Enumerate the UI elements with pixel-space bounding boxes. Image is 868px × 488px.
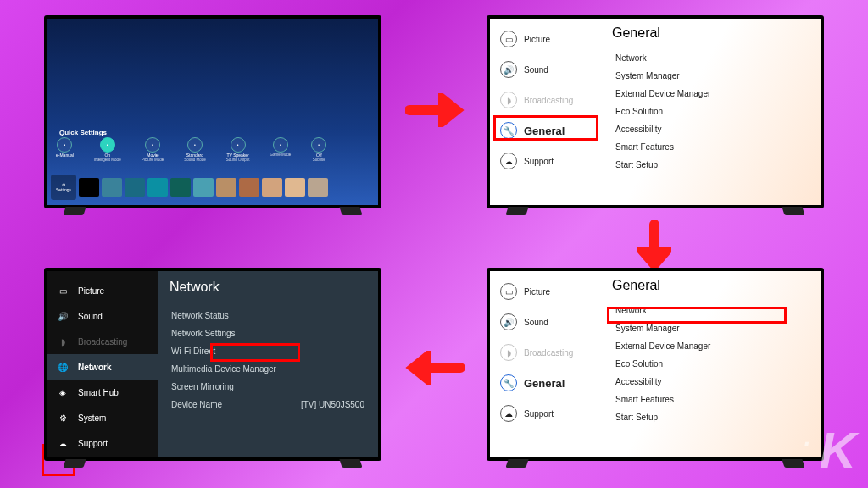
settings-screen-general: ▭Picture🔊Sound◗Broadcasting🔧General☁Supp… bbox=[490, 19, 821, 205]
smarthub-icon: ◈ bbox=[56, 385, 70, 399]
sidebar-label: Sound bbox=[78, 312, 103, 321]
support-icon: ☁ bbox=[56, 436, 70, 450]
sidebar-label: General bbox=[524, 377, 565, 390]
broadcast-icon: ◗ bbox=[500, 344, 517, 361]
sound-icon: 🔊 bbox=[56, 309, 70, 323]
option-external-device-manager[interactable]: External Device Manager bbox=[612, 85, 809, 103]
qs-sublabel: Game Mode bbox=[270, 152, 291, 157]
hub-tile-1[interactable] bbox=[102, 178, 122, 197]
qs-sublabel: Picture Mode bbox=[142, 158, 164, 162]
network-sidebar: ▭Picture🔊Sound◗Broadcasting🌐Network◈Smar… bbox=[47, 271, 158, 458]
option-eco-solution[interactable]: Eco Solution bbox=[612, 355, 809, 373]
sidebar-label: Support bbox=[78, 439, 108, 448]
option-smart-features[interactable]: Smart Features bbox=[612, 391, 809, 408]
option-screen-mirroring[interactable]: Screen Mirroring bbox=[170, 378, 366, 396]
hub-tile-9[interactable] bbox=[285, 178, 305, 197]
qs-sublabel: Sound Output bbox=[226, 158, 250, 162]
smart-hub-row: ⚙ Settings bbox=[51, 175, 375, 200]
option-label: Screen Mirroring bbox=[171, 382, 234, 391]
option-start-setup[interactable]: Start Setup bbox=[612, 408, 809, 426]
sound-icon: 🔊 bbox=[500, 61, 517, 78]
option-multimedia-device-manager[interactable]: Multimedia Device Manager bbox=[170, 360, 366, 378]
qs-item-3[interactable]: • Standard Sound Mode bbox=[184, 137, 206, 162]
support-icon: ☁ bbox=[500, 152, 517, 169]
system-icon: ⚙ bbox=[56, 411, 70, 424]
panel-title: General bbox=[612, 278, 809, 293]
highlight-network-settings bbox=[210, 343, 300, 362]
sidebar-item-support[interactable]: ☁Support bbox=[495, 149, 595, 173]
arrow-right-icon bbox=[405, 93, 465, 127]
hub-tile-6[interactable] bbox=[216, 178, 236, 197]
option-smart-features[interactable]: Smart Features bbox=[612, 138, 809, 156]
tv-network-settings: ▭Picture🔊Sound◗Broadcasting🌐Network◈Smar… bbox=[44, 268, 381, 461]
sidebar-item-smart-hub[interactable]: ◈Smart Hub bbox=[47, 380, 158, 405]
highlight-general bbox=[493, 115, 598, 141]
sidebar-item-system[interactable]: ⚙System bbox=[47, 405, 158, 430]
sidebar-item-network[interactable]: 🌐Network bbox=[47, 354, 158, 380]
option-network[interactable]: Network bbox=[612, 49, 809, 67]
sidebar-item-sound[interactable]: 🔊Sound bbox=[495, 310, 595, 334]
settings-button[interactable]: ⚙ Settings bbox=[51, 175, 76, 200]
broadcast-icon: ◗ bbox=[56, 335, 70, 348]
option-system-manager[interactable]: System Manager bbox=[612, 67, 809, 85]
sidebar-label: Broadcasting bbox=[78, 337, 127, 347]
qs-item-1[interactable]: • On Intelligent Mode bbox=[94, 137, 121, 162]
qs-icon: • bbox=[187, 137, 203, 152]
settings-main: General NetworkSystem ManagerExternal De… bbox=[600, 19, 821, 205]
network-icon: 🌐 bbox=[56, 360, 70, 374]
sidebar-item-support[interactable]: ☁Support bbox=[47, 430, 158, 456]
arrow-left-icon bbox=[405, 351, 465, 385]
sidebar-item-support[interactable]: ☁Support bbox=[495, 402, 595, 425]
option-network-status[interactable]: Network Status bbox=[170, 307, 366, 324]
sidebar-label: Picture bbox=[78, 286, 104, 296]
qs-icon: • bbox=[100, 137, 115, 152]
sidebar-label: Broadcasting bbox=[524, 96, 573, 105]
qs-icon: • bbox=[273, 137, 288, 152]
qs-icon: • bbox=[311, 137, 326, 152]
qs-icon: • bbox=[57, 137, 72, 152]
sidebar-item-general[interactable]: 🔧General bbox=[495, 371, 595, 395]
hub-tile-5[interactable] bbox=[193, 178, 214, 197]
arrow-down-icon bbox=[637, 220, 671, 271]
tv-general-menu: ▭Picture🔊Sound◗Broadcasting🔧General☁Supp… bbox=[487, 15, 824, 208]
option-start-setup[interactable]: Start Setup bbox=[612, 156, 809, 174]
picture-icon: ▭ bbox=[500, 283, 517, 300]
hub-tile-7[interactable] bbox=[239, 178, 259, 197]
hub-tile-8[interactable] bbox=[262, 178, 282, 197]
qs-item-6[interactable]: • Off Subtitle bbox=[311, 137, 326, 162]
option-accessibility[interactable]: Accessibility bbox=[612, 373, 809, 391]
panel-title: General bbox=[612, 25, 809, 41]
watermark-logo: K bbox=[820, 421, 853, 480]
qs-item-4[interactable]: • TV Speaker Sound Output bbox=[226, 137, 250, 162]
sidebar-item-picture[interactable]: ▭Picture bbox=[47, 278, 158, 303]
qs-item-0[interactable]: • e-Manual bbox=[56, 137, 74, 158]
hub-tile-2[interactable] bbox=[125, 178, 145, 197]
quick-settings-row: • e-Manual • On Intelligent Mode• Movie … bbox=[56, 137, 370, 162]
option-label: Device Name bbox=[171, 400, 222, 409]
option-label: Multimedia Device Manager bbox=[171, 364, 276, 374]
picture-icon: ▭ bbox=[500, 30, 517, 47]
sound-icon: 🔊 bbox=[500, 313, 517, 330]
hub-tile-10[interactable] bbox=[308, 178, 328, 197]
option-accessibility[interactable]: Accessibility bbox=[612, 120, 809, 138]
hub-tile-3[interactable] bbox=[147, 178, 168, 197]
qs-item-5[interactable]: • Game Mode bbox=[270, 137, 291, 157]
settings-sidebar: ▭Picture🔊Sound◗Broadcasting🔧General☁Supp… bbox=[490, 19, 600, 205]
qs-item-2[interactable]: • Movie Picture Mode bbox=[142, 137, 164, 162]
option-external-device-manager[interactable]: External Device Manager bbox=[612, 337, 809, 355]
qs-icon: • bbox=[145, 137, 160, 152]
option-device-name[interactable]: Device Name[TV] UN50JS500 bbox=[170, 396, 366, 413]
qs-icon: • bbox=[231, 137, 246, 152]
hub-tile-0[interactable] bbox=[79, 178, 99, 197]
hub-tile-4[interactable] bbox=[170, 178, 191, 197]
option-network-settings[interactable]: Network Settings bbox=[170, 324, 366, 342]
sidebar-label: Smart Hub bbox=[78, 388, 119, 397]
sidebar-item-sound[interactable]: 🔊Sound bbox=[47, 303, 158, 329]
sidebar-item-picture[interactable]: ▭Picture bbox=[495, 280, 595, 303]
quick-settings-title: Quick Settings bbox=[59, 129, 107, 136]
tv-quick-settings: Quick Settings • e-Manual • On Intellige… bbox=[44, 15, 381, 208]
sidebar-item-picture[interactable]: ▭Picture bbox=[495, 27, 595, 51]
qs-sublabel: Subtitle bbox=[313, 158, 326, 162]
sidebar-item-sound[interactable]: 🔊Sound bbox=[495, 58, 595, 81]
option-eco-solution[interactable]: Eco Solution bbox=[612, 103, 809, 120]
